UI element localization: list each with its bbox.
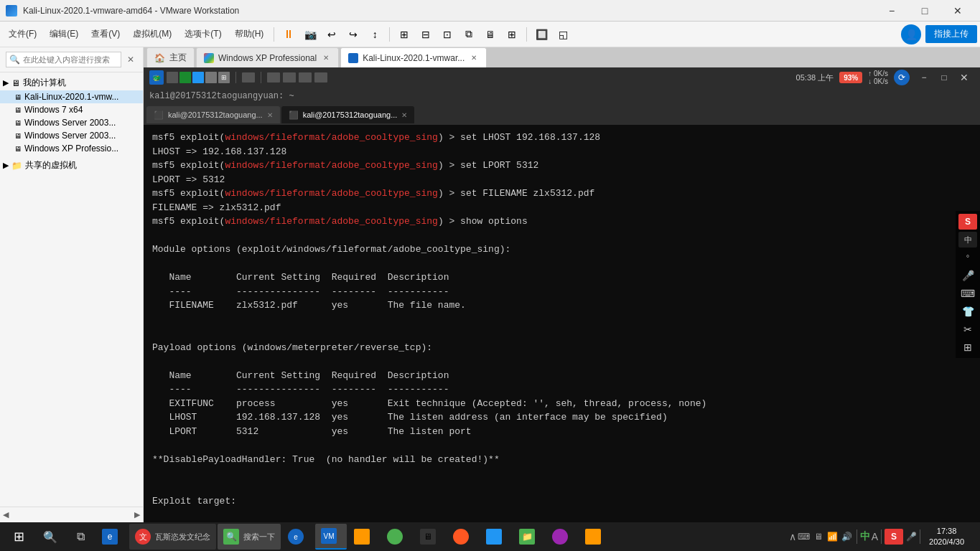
tray-volume-icon[interactable]: 🔊: [841, 530, 854, 543]
start-button[interactable]: ⊞: [3, 522, 34, 551]
terminal-line: msf5 exploit(windows/fileformat/adobe_co…: [152, 131, 971, 145]
vm-restore-button[interactable]: □: [934, 69, 954, 86]
vm-network-icon[interactable]: ⟳: [894, 70, 910, 85]
close-button[interactable]: ✕: [941, 0, 974, 22]
search-input[interactable]: [23, 55, 118, 64]
tab-home[interactable]: 🏠 主页: [146, 47, 195, 67]
ime-s-icon[interactable]: S: [958, 214, 977, 230]
tool10-button[interactable]: 🖥: [480, 24, 500, 44]
vm-window[interactable]: 🐲 ⊞: [144, 67, 980, 551]
tool3-button[interactable]: ↩: [322, 24, 342, 44]
vm-close-button[interactable]: ✕: [954, 69, 974, 86]
taskbar-app-11[interactable]: [546, 524, 578, 550]
sidebar-close-button[interactable]: ✕: [124, 53, 137, 66]
tray-up-arrow[interactable]: ∧: [789, 531, 796, 542]
show-desktop-button[interactable]: [973, 522, 977, 551]
tray-a-icon[interactable]: A: [872, 531, 878, 542]
terminal-line: [152, 354, 971, 369]
ime-dot-icon[interactable]: °: [958, 250, 977, 265]
taskbar-app-search[interactable]: 🔍 搜索一下: [218, 524, 281, 550]
tree-vm-kali[interactable]: 🖥 Kali-Linux-2020.1-vmw...: [0, 90, 143, 103]
tool13-button[interactable]: ◱: [553, 24, 573, 44]
tree-root-mycomputer[interactable]: ▶ 🖥 我的计算机: [0, 75, 143, 90]
taskbar-app-6[interactable]: [381, 524, 413, 550]
minimize-button[interactable]: −: [875, 0, 908, 22]
app6-icon: [387, 529, 403, 545]
tab-home-label: 主页: [169, 52, 187, 64]
vm-icon-btn5[interactable]: ⊞: [218, 72, 230, 83]
taskbar-app-10[interactable]: 📁: [513, 524, 545, 550]
tool6-button[interactable]: ⊞: [394, 24, 414, 44]
vm-icon-btn9[interactable]: [299, 72, 312, 83]
vm-icon-btn7[interactable]: [267, 72, 280, 83]
upload-button[interactable]: 指接上传: [925, 25, 977, 43]
vm-icon-btn8[interactable]: [283, 72, 296, 83]
menu-edit[interactable]: 编辑(E): [44, 25, 84, 43]
ime-grid-icon[interactable]: ⊞: [958, 339, 977, 355]
maximize-button[interactable]: □: [908, 0, 941, 22]
tab-winxp-close-button[interactable]: ✕: [321, 53, 331, 63]
tool9-button[interactable]: ⧉: [459, 24, 479, 44]
tool8-button[interactable]: ⊡: [437, 24, 457, 44]
tool5-button[interactable]: ↕: [365, 24, 385, 44]
menu-view[interactable]: 查看(V): [85, 25, 126, 43]
sidebar-search-box[interactable]: 🔍: [6, 52, 121, 67]
scroll-left-icon[interactable]: ◀: [3, 510, 9, 519]
tree-vm-win7[interactable]: 🖥 Windows 7 x64: [0, 103, 143, 116]
vm-icon-btn10[interactable]: [314, 72, 327, 83]
tab-kali-close-button[interactable]: ✕: [469, 53, 479, 63]
tab-winxp[interactable]: Windows XP Professional ✕: [196, 47, 339, 67]
taskview-button[interactable]: ⧉: [66, 522, 95, 551]
ime-scissors-icon[interactable]: ✂: [958, 321, 977, 337]
terminal-tab1-close[interactable]: ✕: [267, 111, 273, 119]
tool11-button[interactable]: ⊞: [502, 24, 522, 44]
vm-minimize-button[interactable]: −: [914, 69, 934, 86]
ime-mic-icon[interactable]: 🎤: [958, 268, 977, 283]
search-taskbar-button[interactable]: 🔍: [36, 522, 65, 551]
ime-zh-icon[interactable]: 中: [958, 232, 977, 248]
tray-mic-icon[interactable]: 🎤: [906, 532, 917, 542]
vm-icon-btn2[interactable]: [179, 72, 191, 83]
system-clock[interactable]: 17:38 2020/4/30: [923, 526, 970, 548]
tool4-button[interactable]: ↪: [343, 24, 363, 44]
tray-zh-icon[interactable]: 中: [860, 530, 870, 543]
taskbar-app-text[interactable]: 文 瓦斯恣发文纪念: [129, 524, 216, 550]
vm-icon-btn3[interactable]: [192, 72, 204, 83]
tree-vm-winxp[interactable]: 🖥 Windows XP Professio...: [0, 142, 143, 155]
taskbar-app-ie2[interactable]: e: [282, 524, 314, 550]
terminal-tab-1[interactable]: ⬛ kali@20175312taoguang... ✕: [146, 106, 280, 123]
taskbar-app-7[interactable]: 🖥: [414, 524, 446, 550]
ime-shirt-icon[interactable]: 👕: [958, 303, 977, 319]
pause-button[interactable]: ⏸: [279, 24, 299, 44]
tray-screen-icon[interactable]: 🖥: [812, 530, 825, 543]
tray-sep: [857, 529, 857, 544]
terminal-tab-2[interactable]: ⬛ kali@20175312taoguang... ✕: [281, 106, 415, 123]
tool7-button[interactable]: ⊟: [416, 24, 436, 44]
tree-shared-vms[interactable]: ▶ 📁 共享的虚拟机: [0, 158, 143, 173]
menu-file[interactable]: 文件(F): [3, 25, 42, 43]
vm-icon-btn4[interactable]: [205, 72, 217, 83]
taskbar-app-vmware[interactable]: VM: [315, 524, 347, 550]
menu-help[interactable]: 帮助(H): [229, 25, 270, 43]
scroll-right-icon[interactable]: ▶: [134, 510, 140, 519]
terminal-tab2-close[interactable]: ✕: [401, 111, 407, 119]
tray-wifi-icon[interactable]: 📶: [826, 530, 839, 543]
tree-vm-ws2003a[interactable]: 🖥 Windows Server 2003...: [0, 116, 143, 129]
taskbar-app-ie[interactable]: e: [96, 524, 128, 550]
tab-kali[interactable]: Kali-Linux-2020.1-vmwar... ✕: [340, 47, 487, 67]
taskbar-app-12[interactable]: [579, 524, 611, 550]
tray-keyboard-icon[interactable]: ⌨: [798, 530, 811, 543]
tray-s-icon[interactable]: S: [885, 529, 903, 545]
vm-icon-btn6[interactable]: [242, 72, 255, 83]
snapshot-button[interactable]: 📷: [300, 24, 320, 44]
menu-vm[interactable]: 虚拟机(M): [127, 25, 177, 43]
taskbar-app-9[interactable]: [480, 524, 512, 550]
tool12-button[interactable]: 🔲: [531, 24, 551, 44]
vm-icon-btn1[interactable]: [167, 72, 178, 83]
ime-keyboard-icon[interactable]: ⌨: [958, 286, 977, 301]
menu-tabs[interactable]: 选项卡(T): [179, 25, 227, 43]
tree-vm-ws2003b[interactable]: 🖥 Windows Server 2003...: [0, 129, 143, 142]
terminal-output[interactable]: msf5 exploit(windows/fileformat/adobe_co…: [144, 125, 980, 551]
taskbar-app-5[interactable]: [348, 524, 380, 550]
taskbar-app-8[interactable]: [447, 524, 479, 550]
